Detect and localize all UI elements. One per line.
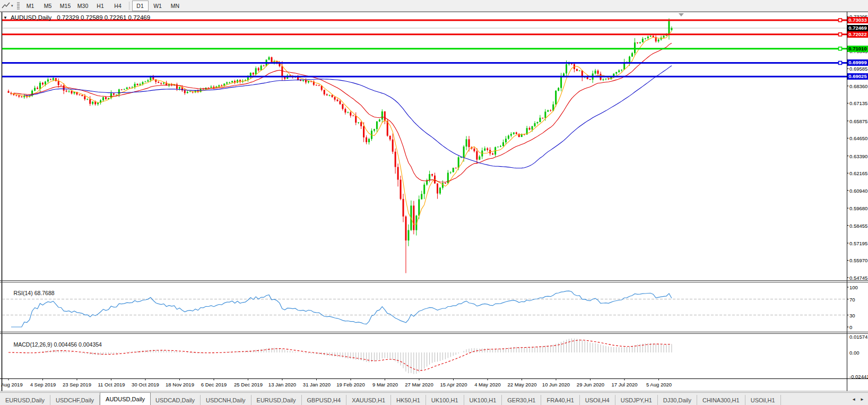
date-axis-label: 15 Apr 2020 — [440, 382, 467, 387]
symbol-tab-eurusd-daily[interactable]: EURUSD,Daily — [251, 395, 302, 405]
date-axis-label: 10 Jun 2020 — [542, 382, 570, 387]
date-axis-label: 27 Mar 2020 — [405, 382, 433, 387]
chart-title: ▼ AUDUSD,Daily 0.72329 0.72589 0.72261 0… — [3, 14, 150, 21]
date-axis-label: 9 Mar 2020 — [372, 382, 398, 387]
symbol-period-label: AUDUSD,Daily — [11, 14, 51, 21]
macd-axis-label: -0.024417 — [849, 374, 868, 380]
symbol-tab-usdcnh-daily[interactable]: USDCNH,Daily — [201, 395, 251, 405]
date-axis-label: 16 Aug 2019 — [0, 382, 23, 387]
date-axis-label: 4 Sep 2019 — [30, 382, 56, 387]
symbol-tab-usoil-h4[interactable]: USOil,H4 — [580, 395, 615, 405]
chart-canvas[interactable] — [0, 12, 868, 392]
symbol-tab-usdjpy-h1[interactable]: USDJPY,H1 — [615, 395, 658, 405]
date-axis-label: 6 Dec 2019 — [201, 382, 227, 387]
macd-axis-label: 0.00 — [849, 350, 860, 356]
date-axis-label: 19 Feb 2020 — [336, 382, 364, 387]
level-price-tag: 0.71010 — [847, 46, 868, 52]
current-price-tag: 0.72469 — [847, 25, 868, 31]
level-price-tag: 0.73033 — [847, 17, 868, 23]
price-axis-tick: 0.69585 — [849, 66, 867, 72]
date-axis-label: 18 Nov 2019 — [166, 382, 194, 387]
price-axis-tick: 0.64650 — [849, 135, 867, 141]
chart-area: ▼ AUDUSD,Daily 0.72329 0.72589 0.72261 0… — [0, 12, 868, 392]
symbol-tab-dj30-daily[interactable]: DJ30,Daily — [658, 395, 697, 405]
symbol-tab-uk100-h1[interactable]: UK100,H1 — [464, 395, 502, 405]
symbol-tab-china300-h1[interactable]: CHINA300,H1 — [697, 395, 745, 405]
rsi-axis-label: 100 — [849, 285, 858, 290]
date-axis-label: 30 Oct 2019 — [132, 382, 159, 387]
chevron-down-icon: ▾ — [11, 4, 13, 8]
price-axis-tick: 0.55970 — [849, 257, 867, 263]
price-axis-tick: 0.65875 — [849, 118, 867, 124]
price-axis-tick: 0.62165 — [849, 170, 867, 176]
symbol-tab-ger30-h1[interactable]: GER30,H1 — [502, 395, 541, 405]
symbol-tab-gbpusd-h4[interactable]: GBPUSD,H4 — [302, 395, 347, 405]
tab-scroll-left-icon[interactable]: ◄ — [849, 396, 858, 403]
tab-scroll-right-icon[interactable]: ► — [858, 396, 866, 403]
date-axis-label: 31 Jan 2020 — [303, 382, 331, 387]
rsi-axis-label: 0 — [849, 324, 852, 330]
date-axis-label: 23 Sep 2019 — [63, 382, 91, 387]
date-axis-label: 25 Dec 2019 — [234, 382, 263, 387]
timeframe-button-m15[interactable]: M15 — [57, 1, 74, 11]
symbol-tab-usdchf-daily[interactable]: USDCHF,Daily — [50, 395, 100, 405]
symbol-tab-eurusd-daily[interactable]: EURUSD,Daily — [0, 395, 50, 405]
ohlc-values: 0.72329 0.72589 0.72261 0.72469 — [57, 14, 150, 21]
symbol-tab-xauusd-h1[interactable]: XAUUSD,H1 — [346, 395, 391, 405]
price-axis-tick: 0.54745 — [849, 275, 867, 281]
level-price-tag: 0.69025 — [847, 73, 868, 80]
price-axis-tick: 0.57195 — [849, 240, 867, 246]
date-axis-label: 11 Oct 2019 — [98, 382, 125, 387]
price-axis-tick: 0.67135 — [849, 100, 867, 106]
symbol-tab-bar: EURUSD,DailyUSDCHF,DailyAUDUSD,DailyUSDC… — [0, 392, 868, 405]
timeframe-button-w1[interactable]: W1 — [150, 1, 166, 11]
tab-scroll-arrows: ◄► — [849, 393, 868, 405]
date-axis-label: 17 Jul 2020 — [611, 382, 637, 387]
symbol-tab-uk100-h1[interactable]: UK100,H1 — [426, 395, 464, 405]
rsi-label: RSI(14) 68.7688 — [4, 283, 55, 303]
line-studies-icon-glyph — [2, 2, 10, 10]
timeframe-button-mn[interactable]: MN — [167, 1, 184, 11]
timeframe-button-d1[interactable]: D1 — [132, 1, 149, 11]
timeframe-button-h1[interactable]: H1 — [92, 1, 109, 11]
symbol-tab-usdcad-daily[interactable]: USDCAD,Daily — [150, 395, 201, 405]
timeframe-button-m1[interactable]: M1 — [22, 1, 39, 11]
price-axis-tick: 0.60940 — [849, 188, 867, 194]
level-price-tag: 0.72022 — [847, 31, 868, 38]
timeframe-button-h4[interactable]: H4 — [110, 1, 126, 11]
price-axis-tick: 0.59680 — [849, 205, 867, 211]
toolbar-grip[interactable] — [17, 2, 20, 10]
level-price-tag: 0.69999 — [847, 59, 868, 66]
timeframe-button-m30[interactable]: M30 — [75, 1, 91, 11]
rsi-axis-label: 30 — [849, 313, 855, 318]
price-axis-tick: 0.63390 — [849, 153, 867, 159]
date-axis-label: 4 May 2020 — [474, 382, 501, 387]
symbol-tab-hk50-h1[interactable]: HK50,H1 — [391, 395, 426, 405]
toolbar-separator — [129, 2, 129, 10]
timeframe-toolbar: ▾ M1M5M15M30H1H4D1W1MN — [0, 0, 868, 12]
symbol-tab-audusd-daily[interactable]: AUDUSD,Daily — [100, 392, 151, 405]
timeframe-button-m5[interactable]: M5 — [40, 1, 56, 11]
rsi-axis-label: 70 — [849, 297, 855, 303]
line-studies-icon[interactable]: ▾ — [0, 1, 15, 11]
date-axis-label: 5 Aug 2020 — [646, 382, 672, 387]
collapse-triangle-icon: ▼ — [3, 15, 7, 20]
mt4-chart-window: ▾ M1M5M15M30H1H4D1W1MN ▼ AUDUSD,Daily 0.… — [0, 0, 868, 405]
price-axis-tick: 0.68360 — [849, 83, 867, 89]
timeframe-buttons: M1M5M15M30H1H4D1W1MN — [22, 1, 184, 11]
date-axis-label: 13 Jan 2020 — [268, 382, 296, 387]
macd-label: MACD(12,26,9) 0.004456 0.004354 — [4, 335, 102, 354]
symbol-tab-fra40-h1[interactable]: FRA40,H1 — [541, 395, 579, 405]
symbol-tab-usoil-h1[interactable]: USOil,H1 — [745, 395, 781, 405]
macd-axis-label: 0.015741 — [849, 334, 868, 340]
date-axis-label: 29 Jun 2020 — [577, 382, 604, 387]
date-axis-label: 22 May 2020 — [508, 382, 537, 387]
price-axis-tick: 0.58455 — [849, 223, 867, 229]
